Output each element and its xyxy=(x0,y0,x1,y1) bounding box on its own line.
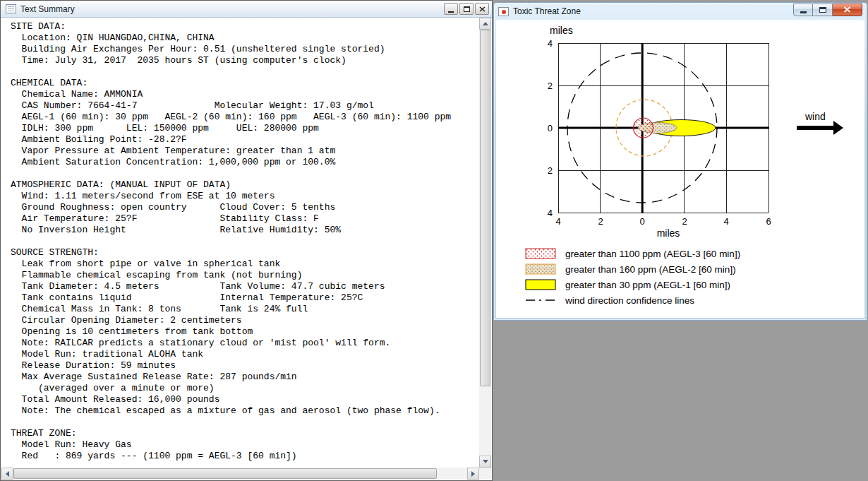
x-tick-label: 4 xyxy=(555,216,560,227)
threat-zone-plot: miles 4 2 0 2 4 4 2 0 2 4 6 miles wind g… xyxy=(496,20,866,319)
scroll-left-button[interactable] xyxy=(1,468,13,480)
toxic-threat-zone-window: Toxic Threat Zone xyxy=(493,2,867,321)
close-icon xyxy=(843,6,851,13)
minimize-icon xyxy=(448,11,454,13)
x-tick-label: 2 xyxy=(598,216,603,227)
threat-zone-plot-area: miles 4 2 0 2 4 4 2 0 2 4 6 miles wind g… xyxy=(496,20,864,318)
x-tick-label: 4 xyxy=(723,216,728,227)
toxic-threat-zone-window-icon xyxy=(498,7,509,16)
legend-swatch-aegl2 xyxy=(526,264,555,274)
toxic-threat-zone-titlebar[interactable]: Toxic Threat Zone xyxy=(494,3,867,20)
maximize-icon xyxy=(819,7,826,13)
scroll-up-icon xyxy=(483,22,488,25)
y-tick-label: 2 xyxy=(548,165,553,176)
y-tick-label: 0 xyxy=(548,123,553,133)
legend-label-confidence: wind direction confidence lines xyxy=(565,295,694,306)
scroll-down-button[interactable] xyxy=(479,456,491,468)
legend-label-aegl2: greater than 160 ppm (AEGL-2 [60 min]) xyxy=(565,264,736,275)
plot-legend: greater than 1100 ppm (AEGL-3 [60 min]) … xyxy=(526,249,740,306)
minimize-button[interactable] xyxy=(444,3,458,15)
x-tick-label: 6 xyxy=(766,216,771,227)
horizontal-scrollbar[interactable] xyxy=(1,468,479,480)
minimize-button[interactable] xyxy=(793,4,813,16)
vertical-scrollbar[interactable] xyxy=(479,18,491,468)
scroll-down-icon xyxy=(483,460,488,463)
scroll-up-button[interactable] xyxy=(479,18,491,30)
y-tick-label: 2 xyxy=(548,81,553,91)
text-summary-titlebar[interactable]: Text Summary xyxy=(1,1,492,18)
desktop: { "desktop": { "background_color": "#9c9… xyxy=(0,0,868,481)
y-tick-label: 4 xyxy=(548,38,553,49)
scrollbar-corner xyxy=(479,468,491,480)
horizontal-scrollbar-thumb[interactable] xyxy=(13,468,437,479)
y-axis-title: miles xyxy=(550,25,573,36)
x-axis-title: miles xyxy=(657,227,680,239)
maximize-icon xyxy=(464,6,470,12)
scroll-right-icon xyxy=(471,471,475,477)
scroll-right-button[interactable] xyxy=(467,468,479,480)
legend-swatch-aegl3 xyxy=(526,249,555,259)
text-summary-window-title: Text Summary xyxy=(20,4,75,14)
legend-swatch-aegl1 xyxy=(526,280,555,290)
scroll-left-icon xyxy=(6,471,9,477)
toxic-threat-zone-window-title: Toxic Threat Zone xyxy=(513,6,581,16)
y-tick-label: 4 xyxy=(548,208,553,218)
legend-label-aegl1: greater than 30 ppm (AEGL-1 [60 min]) xyxy=(565,280,730,290)
aegl3-red-zone xyxy=(634,118,653,138)
wind-label: wind xyxy=(804,111,826,122)
wind-arrow-icon xyxy=(797,121,843,135)
vertical-scrollbar-thumb[interactable] xyxy=(480,30,490,386)
x-tick-label: 2 xyxy=(682,216,687,227)
maximize-button[interactable] xyxy=(813,4,833,16)
text-summary-window-icon xyxy=(6,4,16,13)
close-button[interactable] xyxy=(475,3,489,15)
text-summary-text: SITE DATA: Location: QIN HUANGDAO,CHINA,… xyxy=(1,18,479,462)
close-button[interactable] xyxy=(833,4,862,16)
close-icon xyxy=(479,6,486,12)
minimize-icon xyxy=(800,11,807,13)
maximize-button[interactable] xyxy=(459,3,474,15)
x-tick-label: 0 xyxy=(639,216,644,227)
legend-label-aegl3: greater than 1100 ppm (AEGL-3 [60 min]) xyxy=(565,249,740,259)
text-summary-content: SITE DATA: Location: QIN HUANGDAO,CHINA,… xyxy=(1,18,479,468)
text-summary-window: Text Summary SITE DATA: Location: QIN HU… xyxy=(0,0,493,481)
